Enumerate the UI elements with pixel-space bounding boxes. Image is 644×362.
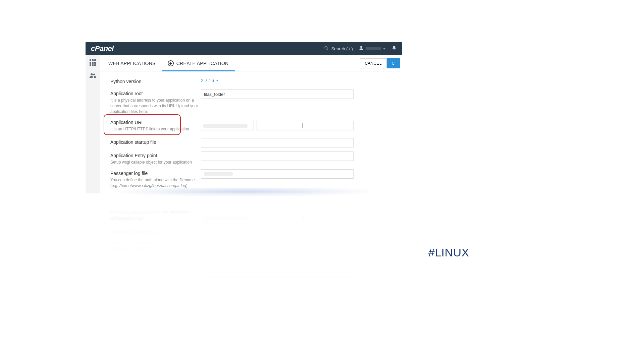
- topbar-right: Search ( / ): [324, 46, 396, 52]
- label-entry-point: Application Entry point: [110, 153, 201, 158]
- tab-actions: CANCEL C: [360, 58, 400, 68]
- username-redacted: [366, 47, 381, 50]
- desc-app-url: It is an HTTP/HTTPS link to your applica…: [110, 126, 201, 132]
- create-button[interactable]: C: [387, 58, 400, 68]
- users-icon[interactable]: [89, 73, 97, 80]
- row-passenger-log: Passenger log file You can define the pa…: [110, 169, 392, 189]
- apps-grid-icon[interactable]: [90, 59, 96, 66]
- search-placeholder: Search ( / ): [331, 46, 353, 51]
- cpanel-window: cPanel Search ( / ): [86, 42, 402, 193]
- plus-circle-icon: +: [168, 60, 174, 66]
- hashtag-linux: #LINUX: [428, 246, 469, 259]
- chevron-down-icon: [383, 46, 386, 52]
- search-wrap[interactable]: Search ( / ): [324, 46, 353, 52]
- label-python-version: Python version: [110, 79, 201, 84]
- cpanel-logo: cPanel: [91, 44, 114, 53]
- row-app-url: Application URL It is an HTTP/HTTPS link…: [110, 118, 392, 132]
- python-version-dropdown[interactable]: 2.7.16: [201, 78, 219, 83]
- label-startup-file: Application startup file: [110, 139, 201, 145]
- tab-web-applications[interactable]: WEB APPLICATIONS: [102, 55, 162, 71]
- main-panel: WEB APPLICATIONS + CREATE APPLICATION CA…: [100, 55, 402, 193]
- desc-app-root: It is a physical address to your applica…: [110, 98, 201, 114]
- app-url-path-input[interactable]: [257, 121, 354, 130]
- tabs-bar: WEB APPLICATIONS + CREATE APPLICATION CA…: [100, 55, 402, 71]
- app-url-domain-select[interactable]: [201, 121, 254, 130]
- tab-web-applications-label: WEB APPLICATIONS: [108, 61, 156, 66]
- label-app-url: Application URL: [110, 120, 201, 125]
- text-cursor-icon: [303, 123, 303, 128]
- reflection-decor: Passenger log file You can define the pa…: [86, 193, 402, 277]
- input-passenger-log[interactable]: [201, 169, 354, 179]
- app-url-input-group: [201, 121, 354, 130]
- desc-passenger-log: You can define the path along with the f…: [110, 177, 201, 189]
- label-passenger-log: Passenger log file: [110, 171, 201, 176]
- input-startup-file[interactable]: [201, 138, 354, 147]
- input-entry-point[interactable]: [201, 152, 354, 161]
- row-python-version: Python version 2.7.16: [110, 77, 392, 85]
- python-version-value: 2.7.16: [201, 78, 214, 83]
- sidebar: [86, 55, 100, 193]
- tab-create-application-label: CREATE APPLICATION: [176, 61, 229, 66]
- user-menu[interactable]: [359, 46, 386, 52]
- top-bar: cPanel Search ( / ): [86, 42, 402, 55]
- row-entry-point: Application Entry point Setup wsgi calla…: [110, 152, 392, 165]
- form-area: Python version 2.7.16 Application root: [100, 71, 402, 193]
- search-icon: [324, 46, 329, 52]
- content-wrap: WEB APPLICATIONS + CREATE APPLICATION CA…: [86, 55, 402, 193]
- tab-create-application[interactable]: + CREATE APPLICATION: [162, 55, 235, 71]
- cancel-button[interactable]: CANCEL: [360, 58, 387, 68]
- input-app-root[interactable]: [201, 89, 354, 99]
- label-app-root: Application root: [110, 91, 201, 96]
- user-icon: [359, 46, 364, 52]
- row-startup-file: Application startup file: [110, 138, 392, 147]
- row-app-root: Application root It is a physical addres…: [110, 89, 392, 114]
- reflection-fade: [86, 193, 402, 277]
- chevron-down-icon: [216, 78, 219, 83]
- bell-icon[interactable]: [392, 46, 396, 52]
- desc-entry-point: Setup wsgi callable object for your appl…: [110, 160, 201, 165]
